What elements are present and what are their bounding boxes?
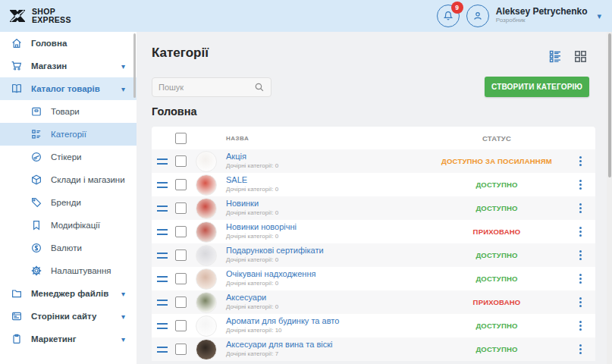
sidebar-item-marketing[interactable]: Маркетинг▾ <box>0 328 137 350</box>
kebab-menu-icon[interactable] <box>565 344 595 354</box>
sidebar-item-cart[interactable]: Магазин▾ <box>0 55 137 77</box>
sidebar-item-label: Менеджер файлів <box>31 289 108 298</box>
table-row: НовинкиДочірні категорії: 0ДОСТУПНО <box>152 196 595 220</box>
sidebar-item-currencies[interactable]: Валюти <box>0 237 137 259</box>
sidebar-item-label: Налаштування <box>51 266 111 275</box>
row-checkbox[interactable] <box>175 155 187 167</box>
currencies-icon <box>30 242 42 255</box>
table-header-row: НАЗВА СТАТУС <box>152 127 595 149</box>
pages-icon <box>10 310 23 323</box>
drag-handle-icon[interactable] <box>157 276 168 282</box>
status-badge: ДОСТУПНО ЗА ПОСИЛАННЯМ <box>428 157 565 165</box>
drag-handle-icon[interactable] <box>157 206 168 212</box>
row-checkbox[interactable] <box>175 226 187 237</box>
category-name-link[interactable]: Новинки новорічні <box>226 222 428 231</box>
row-checkbox[interactable] <box>175 273 187 284</box>
table-row: SALEДочірні категорії: 0ДОСТУПНО <box>152 173 595 196</box>
sidebar: ГоловнаМагазин▾Каталог товарів▾ТовариКат… <box>0 32 137 364</box>
category-name-link[interactable]: Аксесуари для вина та віскі <box>226 340 428 349</box>
page-title: Категорії <box>152 46 209 61</box>
chevron-down-icon: ▾ <box>121 290 137 298</box>
list-view-icon[interactable] <box>549 50 562 63</box>
table-row: Аксесуари для вина та віскіДочірні катег… <box>152 337 595 361</box>
sidebar-item-home[interactable]: Головна <box>0 32 137 55</box>
page-scrollbar-thumb[interactable] <box>608 33 611 177</box>
category-children-count: Дочірні категорії: 0 <box>226 209 428 218</box>
category-table-body: АкціяДочірні категорії: 0ДОСТУПНО ЗА ПОС… <box>152 149 595 361</box>
sidebar-item-products[interactable]: Товари <box>0 100 137 123</box>
table-row: АксесуариДочірні категорії: 0ПРИХОВАНО <box>152 290 595 314</box>
row-checkbox[interactable] <box>175 320 187 331</box>
sidebar-item-label: Валюти <box>51 243 82 253</box>
sidebar-item-label: Магазин <box>31 61 67 71</box>
drag-handle-icon[interactable] <box>157 300 168 306</box>
kebab-menu-icon[interactable] <box>565 180 595 190</box>
sidebar-item-label: Бренди <box>51 198 81 207</box>
kebab-menu-icon[interactable] <box>565 274 595 284</box>
grid-view-icon[interactable] <box>574 50 587 63</box>
search-box <box>152 77 271 97</box>
sidebar-item-categories[interactable]: Категорії <box>0 123 137 146</box>
drag-handle-icon[interactable] <box>157 182 168 188</box>
sidebar-item-warehouse[interactable]: Склади і магазини <box>0 168 137 191</box>
category-name-link[interactable]: Акція <box>226 152 428 161</box>
drag-handle-icon[interactable] <box>157 323 168 329</box>
notification-count-badge: 9 <box>451 2 463 14</box>
kebab-menu-icon[interactable] <box>565 250 595 260</box>
status-badge: ДОСТУПНО <box>428 345 565 353</box>
row-checkbox[interactable] <box>175 249 187 261</box>
user-avatar[interactable] <box>466 5 489 27</box>
search-input[interactable] <box>158 83 254 92</box>
category-name-link[interactable]: Аромати для будинку та авто <box>226 316 428 325</box>
shop-express-logo-icon <box>8 7 27 25</box>
drag-handle-icon[interactable] <box>157 253 168 259</box>
brand-logo[interactable]: SHOP EXPRESS <box>0 7 137 25</box>
sidebar-item-label: Категорії <box>51 130 86 139</box>
kebab-menu-icon[interactable] <box>565 321 595 331</box>
kebab-menu-icon[interactable] <box>565 156 595 166</box>
user-menu-chevron-down-icon[interactable]: ▾ <box>597 11 601 21</box>
drag-handle-icon[interactable] <box>157 229 168 235</box>
create-category-button[interactable]: СТВОРИТИ КАТЕГОРІЮ <box>485 77 589 97</box>
category-image <box>196 221 217 243</box>
kebab-menu-icon[interactable] <box>565 227 595 237</box>
row-checkbox[interactable] <box>175 297 187 308</box>
category-image <box>196 245 217 266</box>
kebab-menu-icon[interactable] <box>565 297 595 307</box>
sidebar-item-modifications[interactable]: Модифікації <box>0 214 137 237</box>
category-name-link[interactable]: Подарункові сертифікати <box>226 246 428 255</box>
row-checkbox[interactable] <box>175 179 187 190</box>
drag-handle-icon[interactable] <box>157 347 168 353</box>
sidebar-item-label: Маркетинг <box>31 334 77 344</box>
sidebar-item-settings[interactable]: Налаштування <box>0 259 137 282</box>
chevron-down-icon: ▾ <box>121 335 137 344</box>
category-name-link[interactable]: SALE <box>226 175 428 184</box>
row-checkbox[interactable] <box>175 202 187 214</box>
notifications-button[interactable]: 9 <box>437 5 460 27</box>
sidebar-item-files[interactable]: Менеджер файлів▾ <box>0 282 137 305</box>
select-all-checkbox[interactable] <box>175 133 187 144</box>
topbar: SHOP EXPRESS 9 Aleksey Petrychenko Розро… <box>0 0 612 32</box>
category-children-count: Дочірні категорії: 0 <box>226 162 428 171</box>
category-name-link[interactable]: Аксесуари <box>226 293 428 302</box>
user-role: Розробник <box>496 16 588 25</box>
brands-icon <box>30 196 42 209</box>
sidebar-item-catalog[interactable]: Каталог товарів▾ <box>0 77 137 100</box>
status-badge: ПРИХОВАНО <box>428 298 565 306</box>
user-info[interactable]: Aleksey Petrychenko Розробник <box>496 7 588 25</box>
search-icon[interactable] <box>254 82 265 93</box>
sidebar-item-stickers[interactable]: Стікери <box>0 146 137 168</box>
page-scrollbar[interactable] <box>607 32 612 364</box>
category-name-link[interactable]: Очікувані надходження <box>226 269 428 278</box>
sidebar-scrollbar[interactable] <box>133 33 136 98</box>
sidebar-item-brands[interactable]: Бренди <box>0 191 137 214</box>
sidebar-item-pages[interactable]: Сторінки сайту▾ <box>0 305 137 328</box>
status-badge: ДОСТУПНО <box>428 251 565 259</box>
drag-handle-icon[interactable] <box>157 158 168 165</box>
category-children-count: Дочірні категорії: 10 <box>226 326 428 335</box>
category-name-link[interactable]: Новинки <box>226 199 428 208</box>
home-icon <box>10 37 23 50</box>
kebab-menu-icon[interactable] <box>565 203 595 213</box>
row-checkbox[interactable] <box>175 344 187 355</box>
products-icon <box>30 105 42 118</box>
